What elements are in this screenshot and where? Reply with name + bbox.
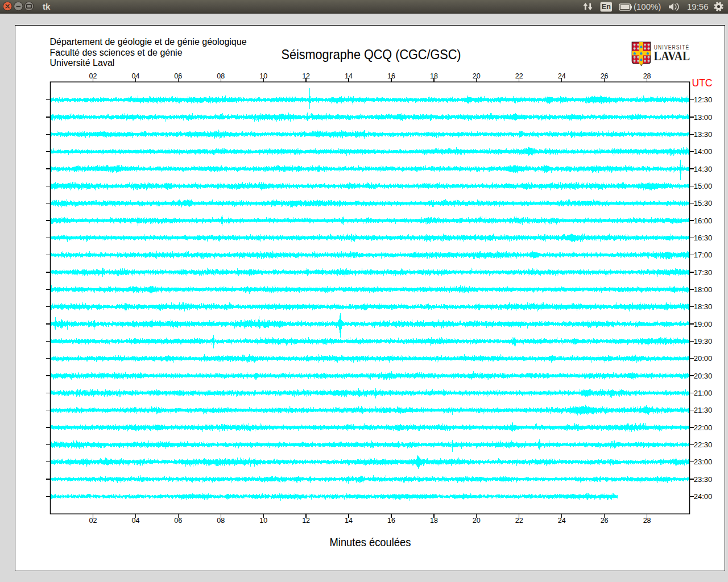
svg-text:22: 22 — [515, 517, 523, 525]
svg-text:Faculté des sciences et de gén: Faculté des sciences et de génie — [50, 48, 183, 57]
svg-text:14: 14 — [345, 72, 353, 80]
svg-text:13:30: 13:30 — [694, 130, 713, 139]
svg-text:UTC: UTC — [692, 77, 713, 89]
svg-text:02: 02 — [89, 72, 97, 80]
svg-text:tk: tk — [43, 2, 51, 11]
svg-text:22:30: 22:30 — [694, 440, 713, 449]
svg-text:20: 20 — [473, 517, 481, 525]
svg-text:02: 02 — [89, 517, 97, 525]
svg-text:Minutes écoulées: Minutes écoulées — [330, 535, 411, 548]
svg-text:26: 26 — [601, 517, 609, 525]
svg-text:08: 08 — [217, 72, 225, 80]
svg-text:19:56: 19:56 — [687, 2, 709, 11]
svg-text:22:00: 22:00 — [694, 423, 713, 432]
svg-text:19:00: 19:00 — [694, 320, 713, 329]
svg-text:06: 06 — [174, 72, 182, 80]
svg-text:19:30: 19:30 — [694, 337, 713, 346]
svg-text:14:30: 14:30 — [694, 165, 713, 173]
svg-text:18:30: 18:30 — [694, 302, 713, 311]
svg-text:15:30: 15:30 — [694, 199, 713, 207]
svg-text:Séismographe QCQ (CGC/GSC): Séismographe QCQ (CGC/GSC) — [282, 47, 461, 62]
svg-text:22: 22 — [515, 72, 523, 80]
svg-text:20: 20 — [473, 72, 481, 80]
svg-text:10: 10 — [259, 72, 267, 80]
svg-text:06: 06 — [174, 517, 182, 525]
svg-text:20:00: 20:00 — [694, 354, 713, 363]
svg-text:24: 24 — [558, 517, 566, 525]
svg-text:12:30: 12:30 — [694, 95, 713, 104]
svg-text:16:00: 16:00 — [694, 217, 713, 225]
svg-text:16:30: 16:30 — [694, 234, 713, 242]
svg-text:14: 14 — [345, 517, 353, 525]
svg-text:12: 12 — [302, 517, 310, 525]
svg-text:08: 08 — [217, 517, 225, 525]
svg-text:15:00: 15:00 — [694, 182, 713, 190]
svg-text:28: 28 — [643, 517, 651, 525]
svg-text:(100%): (100%) — [634, 2, 661, 11]
svg-text:26: 26 — [601, 72, 609, 80]
svg-text:23:00: 23:00 — [694, 458, 713, 466]
svg-text:21:30: 21:30 — [694, 406, 713, 414]
svg-text:LAVAL: LAVAL — [654, 48, 690, 63]
svg-text:24: 24 — [558, 72, 566, 80]
svg-text:En: En — [602, 3, 611, 11]
svg-text:17:00: 17:00 — [694, 251, 713, 259]
svg-text:13:00: 13:00 — [694, 113, 713, 122]
svg-text:21:00: 21:00 — [694, 389, 713, 397]
svg-text:28: 28 — [643, 72, 651, 80]
svg-text:16: 16 — [387, 72, 395, 80]
svg-text:17:30: 17:30 — [694, 268, 713, 277]
svg-text:04: 04 — [131, 72, 139, 80]
svg-text:10: 10 — [259, 517, 267, 525]
svg-text:18:00: 18:00 — [694, 285, 713, 294]
svg-text:16: 16 — [387, 517, 395, 525]
svg-text:12: 12 — [302, 72, 310, 80]
svg-text:14:00: 14:00 — [694, 147, 713, 156]
svg-text:Département de géologie et de: Département de géologie et de génie géol… — [50, 37, 247, 47]
svg-text:18: 18 — [430, 517, 438, 525]
svg-text:18: 18 — [430, 72, 438, 80]
svg-text:04: 04 — [131, 517, 139, 525]
svg-text:24:00: 24:00 — [694, 492, 713, 501]
svg-text:Université Laval: Université Laval — [50, 58, 115, 68]
svg-text:20:30: 20:30 — [694, 372, 713, 380]
svg-text:23:30: 23:30 — [694, 475, 713, 484]
